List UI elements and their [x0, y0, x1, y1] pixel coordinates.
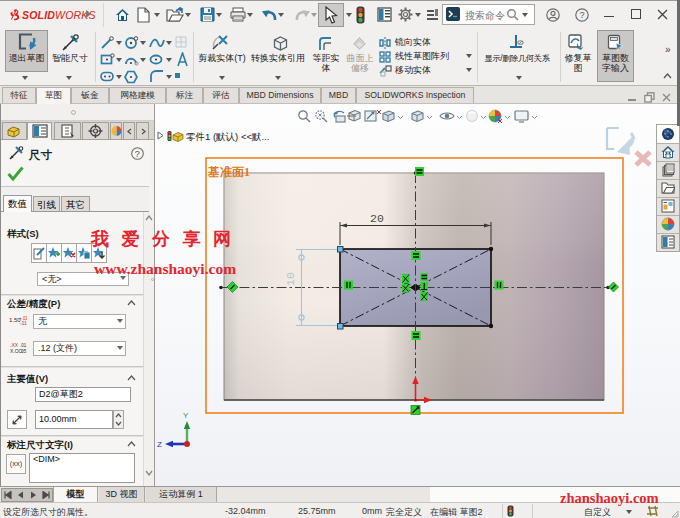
- svg-text:?: ?: [135, 149, 140, 159]
- svg-text:.05: .05: [20, 349, 27, 354]
- svg-text:Y: Y: [183, 411, 189, 420]
- svg-text:基准面1: 基准面1: [207, 165, 250, 179]
- svg-text:?: ?: [579, 10, 584, 20]
- svg-text:SOLIDWORKS: SOLIDWORKS: [22, 9, 96, 21]
- svg-text:20: 20: [370, 212, 384, 225]
- svg-text:Z: Z: [157, 440, 162, 449]
- svg-text:10: 10: [284, 272, 297, 286]
- svg-text:.01: .01: [20, 343, 27, 348]
- svg-text:-.01: -.01: [19, 321, 27, 326]
